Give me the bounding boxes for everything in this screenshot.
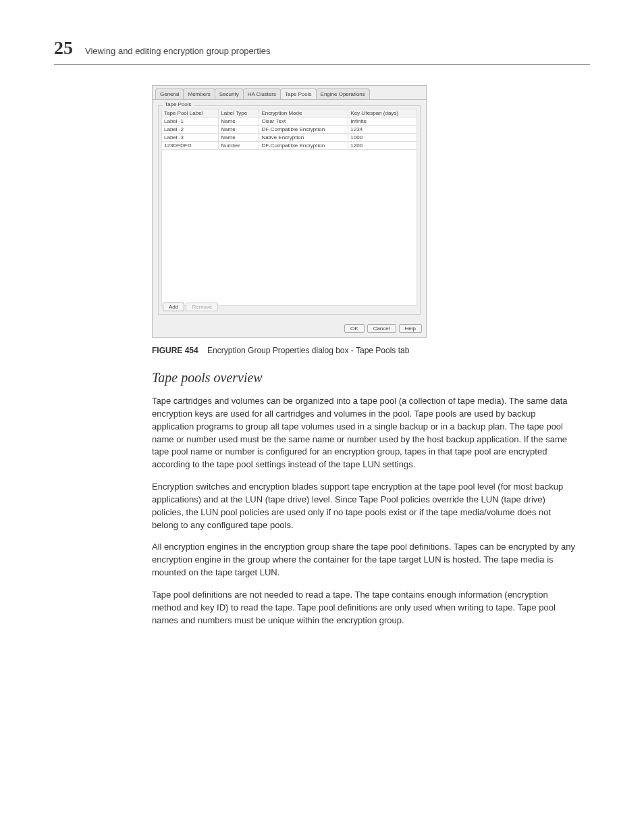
overview-section: Tape pools overview Tape cartridges and … [152, 370, 576, 627]
help-button[interactable]: Help [399, 324, 422, 333]
table-row[interactable]: Label -2 Name DF-Compatible Encryption 1… [162, 126, 417, 134]
cell: Label -3 [162, 134, 219, 142]
cell: 123DFDFD [162, 142, 219, 150]
dialog-button-row: OK Cancel Help [153, 320, 426, 337]
cell: Infinite [348, 118, 417, 126]
tab-members[interactable]: Members [183, 88, 215, 99]
cell: Number [219, 142, 259, 150]
cell: DF-Compatible Encryption [259, 126, 348, 134]
chapter-number: 25 [54, 37, 73, 59]
tab-tape-pools[interactable]: Tape Pools [280, 88, 317, 99]
encryption-group-dialog: General Members Security HA Clusters Tap… [152, 85, 427, 338]
section-title: Viewing and editing encryption group pro… [85, 46, 270, 56]
overview-paragraph: Tape cartridges and volumes can be organ… [152, 395, 576, 471]
figure-text: Encryption Group Properties dialog box -… [207, 346, 409, 355]
col-label-type[interactable]: Label Type [219, 109, 259, 118]
cell: Label -2 [162, 126, 219, 134]
col-encryption-mode[interactable]: Encryption Mode [259, 109, 348, 118]
cell: 1000 [348, 134, 417, 142]
tape-pools-group: Tape Pools Tape Pool Label Label Type En… [158, 105, 421, 315]
dialog-tabs: General Members Security HA Clusters Tap… [153, 86, 426, 100]
tab-engine-operations[interactable]: Engine Operations [316, 88, 370, 99]
cell: Native Encryption [259, 134, 348, 142]
table-row[interactable]: Label -3 Name Native Encryption 1000 [162, 134, 417, 142]
col-tape-pool-label[interactable]: Tape Pool Label [162, 109, 219, 118]
cell: Name [219, 134, 259, 142]
cancel-button[interactable]: Cancel [367, 324, 396, 333]
overview-paragraph: Tape pool definitions are not needed to … [152, 589, 576, 627]
remove-button: Remove [186, 303, 218, 311]
col-key-lifespan[interactable]: Key Lifespan (days) [348, 109, 417, 118]
cell: Label -1 [162, 118, 219, 126]
group-label: Tape Pools [163, 101, 194, 107]
cell: DF-Compatible Encryption [259, 142, 348, 150]
table-empty-area [161, 150, 417, 306]
figure-wrap: General Members Security HA Clusters Tap… [152, 85, 536, 338]
figure-label: FIGURE 454 [152, 346, 198, 355]
cell: Name [219, 126, 259, 134]
ok-button[interactable]: OK [344, 324, 365, 333]
tape-pools-table: Tape Pool Label Label Type Encryption Mo… [161, 109, 417, 150]
table-header-row: Tape Pool Label Label Type Encryption Mo… [162, 109, 417, 118]
page-header: 25 Viewing and editing encryption group … [54, 37, 590, 65]
overview-paragraph: Encryption switches and encryption blade… [152, 481, 576, 531]
cell: 1234 [348, 126, 417, 134]
table-row[interactable]: Label -1 Name Clear Text Infinite [162, 118, 417, 126]
figure-caption: FIGURE 454 Encryption Group Properties d… [152, 346, 590, 355]
tab-security[interactable]: Security [215, 88, 244, 99]
overview-heading: Tape pools overview [152, 370, 576, 386]
cell: Clear Text [259, 118, 348, 126]
add-button[interactable]: Add [163, 303, 184, 311]
overview-paragraph: All encryption engines in the encryption… [152, 541, 576, 579]
cell: Name [219, 118, 259, 126]
tab-ha-clusters[interactable]: HA Clusters [243, 88, 281, 99]
table-row[interactable]: 123DFDFD Number DF-Compatible Encryption… [162, 142, 417, 150]
cell: 1200 [348, 142, 417, 150]
tab-general[interactable]: General [155, 88, 184, 99]
group-button-row: Add Remove [163, 304, 218, 310]
